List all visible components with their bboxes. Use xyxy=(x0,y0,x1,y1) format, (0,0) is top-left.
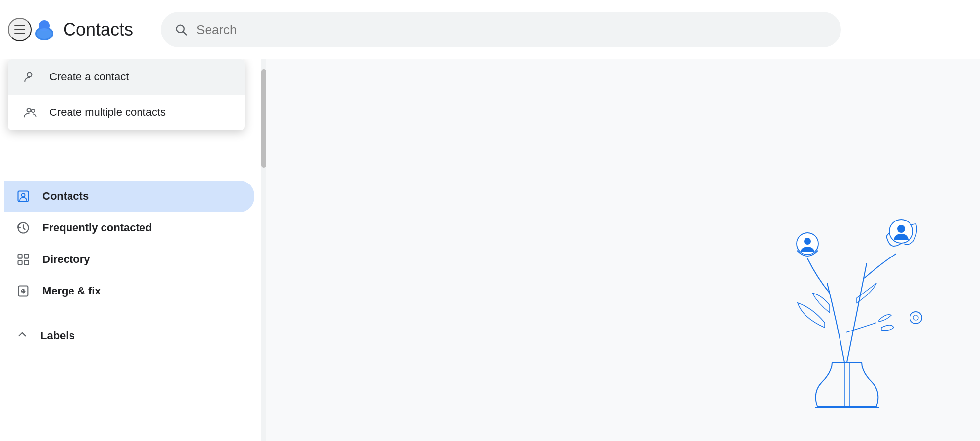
search-bar[interactable] xyxy=(161,12,841,47)
menu-icon-line1 xyxy=(14,25,25,26)
app-title: Contacts xyxy=(63,19,133,40)
create-contact-label: Create a contact xyxy=(49,71,129,83)
svg-point-23 xyxy=(897,225,905,233)
svg-point-7 xyxy=(31,109,35,112)
main-area: Create a contact Create multiple contact… xyxy=(0,59,980,441)
create-dropdown: Create a contact Create multiple contact… xyxy=(8,59,245,130)
contacts-label: Contacts xyxy=(42,190,89,203)
svg-rect-12 xyxy=(24,255,28,258)
menu-button[interactable] xyxy=(8,18,32,41)
content-area xyxy=(266,59,980,441)
directory-label: Directory xyxy=(42,253,90,266)
menu-icon-line3 xyxy=(14,33,25,34)
scrollbar-thumb[interactable] xyxy=(261,69,266,168)
svg-line-4 xyxy=(183,32,186,35)
chevron-up-icon xyxy=(16,328,29,344)
contacts-icon xyxy=(16,189,31,203)
labels-label: Labels xyxy=(40,330,75,342)
sidebar-item-frequently-contacted[interactable]: Frequently contacted xyxy=(4,212,254,244)
search-icon xyxy=(175,23,188,37)
search-input[interactable] xyxy=(196,22,827,37)
sidebar-divider xyxy=(12,313,254,313)
sidebar-labels-section[interactable]: Labels xyxy=(4,319,262,353)
svg-point-2 xyxy=(37,28,52,39)
create-multiple-label: Create multiple contacts xyxy=(49,106,166,119)
merge-icon xyxy=(16,284,31,298)
svg-rect-14 xyxy=(24,260,28,264)
person-add-icon xyxy=(24,70,37,84)
scrollbar[interactable] xyxy=(261,59,266,441)
svg-point-9 xyxy=(22,193,25,197)
grid-icon xyxy=(16,253,31,266)
logo-area: Contacts xyxy=(32,17,133,42)
svg-point-6 xyxy=(27,108,31,112)
sidebar-nav: Contacts Frequently contacted xyxy=(0,181,266,353)
svg-rect-13 xyxy=(18,260,22,264)
sidebar-item-merge-fix[interactable]: Merge & fix xyxy=(4,275,254,307)
header: Contacts xyxy=(0,0,980,59)
menu-icon-line2 xyxy=(14,29,25,30)
people-add-icon xyxy=(24,106,37,119)
sidebar: Create a contact Create multiple contact… xyxy=(0,59,266,441)
app-logo-icon xyxy=(32,17,57,42)
sidebar-item-directory[interactable]: Directory xyxy=(4,244,254,275)
svg-point-25 xyxy=(913,315,918,320)
sidebar-item-contacts[interactable]: Contacts xyxy=(4,181,254,212)
svg-point-21 xyxy=(804,238,811,245)
create-multiple-option[interactable]: Create multiple contacts xyxy=(8,95,245,130)
create-contact-option[interactable]: Create a contact xyxy=(8,59,245,95)
svg-point-5 xyxy=(27,73,32,77)
decorative-illustration xyxy=(753,175,941,421)
frequently-contacted-label: Frequently contacted xyxy=(42,221,152,234)
svg-rect-11 xyxy=(18,255,22,258)
svg-point-24 xyxy=(910,312,922,324)
merge-fix-label: Merge & fix xyxy=(42,285,101,297)
history-icon xyxy=(16,221,31,235)
